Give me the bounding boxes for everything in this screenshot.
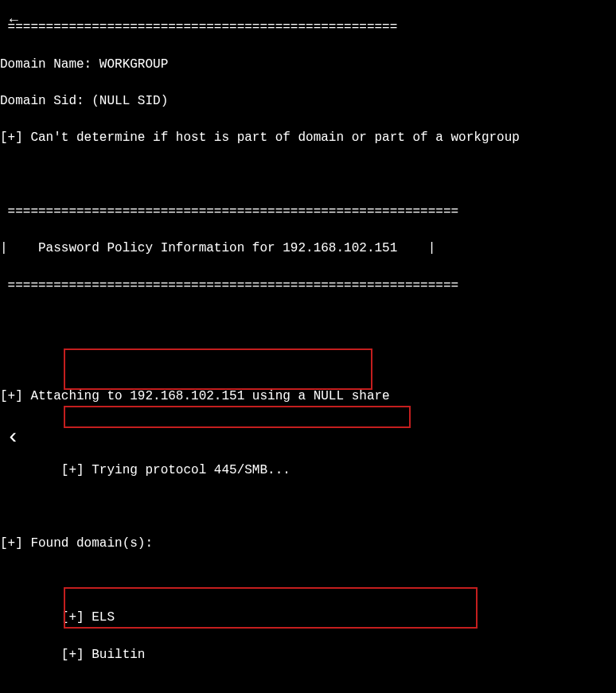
- terminal-output: ========================================…: [0, 0, 616, 693]
- blank-line: [0, 572, 616, 590]
- blank-line: [0, 498, 616, 516]
- blank-line: [0, 351, 616, 369]
- attaching-line: [+] Attaching to 192.168.102.151 using a…: [0, 387, 616, 406]
- blank-line: [0, 313, 616, 332]
- found-domains-line: [+] Found domain(s):: [0, 535, 616, 553]
- blank-line: [0, 166, 616, 185]
- domain-name-line: Domain Name: WORKGROUP: [0, 56, 616, 74]
- domain-els-line: [+] ELS: [0, 609, 616, 627]
- section-title: | Password Policy Information for 192.16…: [0, 239, 616, 258]
- separator-line: ========================================…: [0, 18, 616, 37]
- domain-sid-line: Domain Sid: (NULL SID): [0, 92, 616, 111]
- section-border-bottom: ========================================…: [0, 277, 616, 295]
- blank-line: [0, 424, 616, 442]
- blank-line: [0, 683, 616, 693]
- section-border-top: ========================================…: [0, 203, 616, 221]
- domain-detect-line: [+] Can't determine if host is part of d…: [0, 129, 616, 147]
- trying-protocol-line: [+] Trying protocol 445/SMB...: [0, 461, 616, 480]
- domain-builtin-line: [+] Builtin: [0, 646, 616, 664]
